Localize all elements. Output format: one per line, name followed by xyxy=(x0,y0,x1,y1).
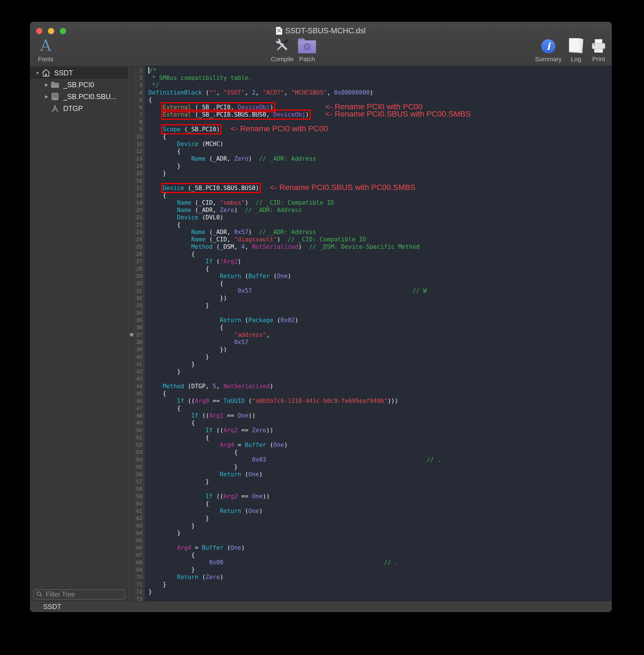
code-line-24[interactable]: Name (_CID, "diagsvault") // _CID: Compa… xyxy=(148,236,612,243)
line-number: 28 xyxy=(135,265,144,272)
sidebar-item-ssdt[interactable]: ▼SSDT xyxy=(30,67,129,79)
line-number: 31 xyxy=(135,287,144,294)
code-line-23[interactable]: Name (_ADR, 0x57) // _ADR: Address xyxy=(148,228,612,236)
code-line-25[interactable]: Method (_DSM, 4, NotSerialized) // _DSM:… xyxy=(148,243,612,250)
code-line-11[interactable]: Device (MCHC) xyxy=(148,140,612,148)
code-line-47[interactable]: { xyxy=(148,405,612,412)
code-line-56[interactable]: Return (One) xyxy=(148,471,612,478)
code-line-27[interactable]: If (!Arg2) xyxy=(148,258,612,265)
code-line-68[interactable]: 0x00 // . xyxy=(148,559,612,566)
code-line-4[interactable]: DefinitionBlock ("", "SSDT", 2, "ACDT", … xyxy=(148,89,612,96)
line-number: 60 xyxy=(135,500,144,507)
code-line-19[interactable]: Name (_CID, "smbus") // _CID: Compatible… xyxy=(148,199,612,206)
code-editor[interactable]: 1234567891011121314151617181920212223242… xyxy=(129,66,612,601)
code-line-3[interactable]: */ xyxy=(148,82,612,89)
window-title: SSDT-SBUS-MCHC.dsl xyxy=(285,26,365,35)
code-line-44[interactable]: Method (DTGP, 5, NotSerialized) xyxy=(148,383,612,390)
code-line-60[interactable]: { xyxy=(148,500,612,507)
code-line-38[interactable]: 0x57 xyxy=(148,339,612,346)
disclosure-triangle-icon[interactable]: ▶ xyxy=(43,94,50,99)
code-line-26[interactable]: { xyxy=(148,250,612,258)
home-icon xyxy=(41,69,51,77)
code-line-31[interactable]: 0x57 // W xyxy=(148,287,612,294)
filter-tree-input[interactable] xyxy=(33,589,125,600)
code-line-59[interactable]: If ((Arg2 == One)) xyxy=(148,493,612,500)
code-line-37[interactable]: "address", xyxy=(148,331,612,339)
code-line-66[interactable]: Arg4 = Buffer (One) xyxy=(148,544,612,551)
line-number: 51 xyxy=(135,434,144,441)
fonts-button[interactable]: A Fonts xyxy=(31,37,60,63)
code-line-35[interactable]: Return (Package (0x02) xyxy=(148,316,612,324)
code-line-13[interactable]: Name (_ADR, Zero) // _ADR: Address xyxy=(148,155,612,162)
code-line-65[interactable] xyxy=(148,537,612,544)
code-line-50[interactable]: If ((Arg2 == Zero)) xyxy=(148,427,612,434)
print-button[interactable]: Print xyxy=(587,37,610,63)
line-number: 59 xyxy=(135,493,144,500)
code-line-34[interactable] xyxy=(148,309,612,316)
code-line-21[interactable]: Device (DVL0) xyxy=(148,214,612,221)
code-line-32[interactable]: }) xyxy=(148,294,612,302)
code-line-41[interactable]: } xyxy=(148,361,612,368)
code-line-70[interactable]: Return (Zero) xyxy=(148,573,612,581)
code-line-57[interactable]: } xyxy=(148,478,612,485)
code-line-2[interactable]: * SMBus compatibility table. xyxy=(148,74,612,82)
code-line-42[interactable]: } xyxy=(148,368,612,375)
code-line-29[interactable]: Return (Buffer (One) xyxy=(148,272,612,280)
code-line-52[interactable]: Arg4 = Buffer (One) xyxy=(148,441,612,449)
code-line-14[interactable]: } xyxy=(148,162,612,170)
code-line-43[interactable] xyxy=(148,375,612,383)
code-line-45[interactable]: { xyxy=(148,390,612,397)
summary-button[interactable]: i Summary xyxy=(529,37,568,63)
code-line-64[interactable]: } xyxy=(148,529,612,537)
code-line-49[interactable]: { xyxy=(148,419,612,427)
code-line-58[interactable] xyxy=(148,485,612,493)
code-line-18[interactable]: { xyxy=(148,192,612,199)
code-line-20[interactable]: Name (_ADR, Zero) // _ADR: Address xyxy=(148,206,612,214)
code-line-73[interactable] xyxy=(148,595,612,601)
rename-annotation: <- Rename PCI0.SBUS with PC00.SMBS xyxy=(325,110,471,118)
code-line-51[interactable]: { xyxy=(148,434,612,441)
code-line-48[interactable]: If ((Arg1 == One)) xyxy=(148,412,612,419)
code-line-36[interactable]: { xyxy=(148,324,612,331)
line-number: 70 xyxy=(135,573,144,581)
code-line-7[interactable]: External (_SB_.PCI0.SBUS.BUS0, DeviceObj… xyxy=(148,111,612,118)
code-line-54[interactable]: 0x03 // . xyxy=(148,456,612,463)
sidebar-item--sb-pci0[interactable]: ▶_SB.PCI0 xyxy=(30,79,129,91)
titlebar[interactable]: SSDT-SBUS-MCHC.dsl xyxy=(30,22,612,37)
line-number: 46 xyxy=(135,397,144,405)
code-area[interactable]: /* * SMBus compatibility table. */Defini… xyxy=(145,66,612,601)
code-line-40[interactable]: } xyxy=(148,353,612,361)
patch-button[interactable]: ⚙ Patch xyxy=(293,37,321,63)
code-line-72[interactable]: } xyxy=(148,588,612,595)
code-line-62[interactable]: } xyxy=(148,515,612,522)
code-line-46[interactable]: If ((Arg0 == ToUUID ("a0b5b7c6-1318-441c… xyxy=(148,397,612,405)
code-line-69[interactable]: } xyxy=(148,566,612,573)
disclosure-triangle-icon[interactable]: ▼ xyxy=(34,71,41,75)
code-line-12[interactable]: { xyxy=(148,148,612,155)
code-line-71[interactable]: } xyxy=(148,581,612,588)
code-line-28[interactable]: { xyxy=(148,265,612,272)
code-line-17[interactable]: Device (_SB.PCI0.SBUS.BUS0)<- Rename PCI… xyxy=(148,184,612,192)
document-icon xyxy=(276,27,282,35)
code-line-1[interactable]: /* xyxy=(148,67,612,74)
code-line-30[interactable]: { xyxy=(148,280,612,287)
code-line-61[interactable]: Return (One) xyxy=(148,507,612,515)
code-line-9[interactable]: Scope (_SB.PCI0)<- Rename PCI0 with PC00 xyxy=(148,126,612,133)
code-line-67[interactable]: { xyxy=(148,551,612,559)
line-number: 3 xyxy=(135,82,144,89)
code-line-15[interactable]: } xyxy=(148,170,612,177)
sidebar-item--sb-pci0-sbu-[interactable]: ▶_SB.PCI0.SBU... xyxy=(30,91,129,103)
disclosure-triangle-icon[interactable]: ▶ xyxy=(43,82,50,87)
code-line-63[interactable]: } xyxy=(148,522,612,529)
code-line-33[interactable]: } xyxy=(148,302,612,309)
code-line-53[interactable]: { xyxy=(148,449,612,456)
sidebar-item-dtgp[interactable]: DTGP xyxy=(30,103,129,114)
code-line-39[interactable]: }) xyxy=(148,346,612,353)
code-line-55[interactable]: } xyxy=(148,463,612,471)
code-line-10[interactable]: { xyxy=(148,133,612,140)
log-button[interactable]: Log xyxy=(565,37,587,63)
status-bar: SSDT xyxy=(30,601,612,612)
line-number: 24 xyxy=(135,236,144,243)
code-line-22[interactable]: { xyxy=(148,221,612,228)
code-line-8[interactable] xyxy=(148,118,612,126)
